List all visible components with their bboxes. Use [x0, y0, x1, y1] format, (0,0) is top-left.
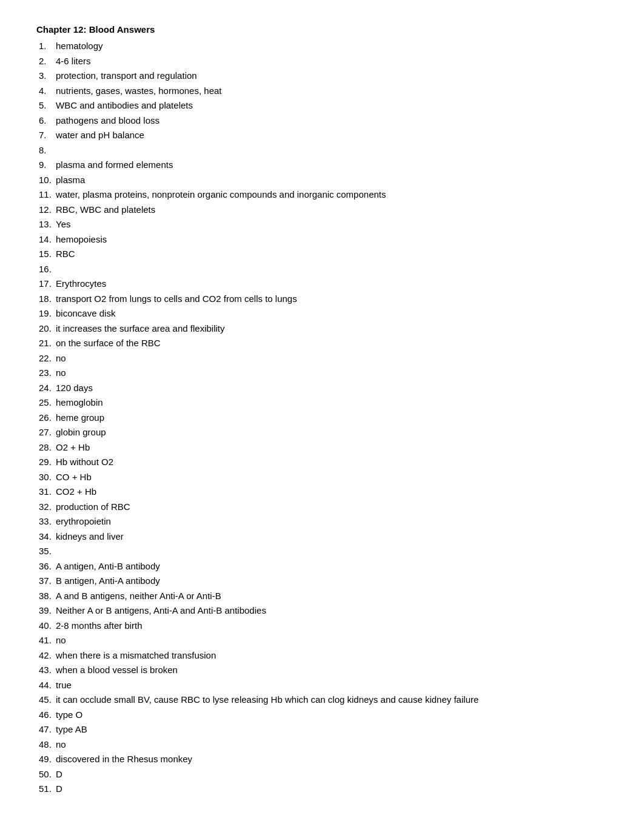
item-number: 38. [39, 589, 56, 603]
item-number: 47. [39, 723, 56, 737]
item-text: 2-8 months after birth [56, 620, 143, 631]
list-item: 17.Erythrocytes [36, 277, 608, 291]
item-number: 33. [39, 515, 56, 529]
item-number: 48. [39, 738, 56, 752]
item-number: 32. [39, 500, 56, 514]
item-text: D [56, 769, 62, 779]
item-text: hemoglobin [56, 397, 103, 407]
list-item: 24.120 days [36, 381, 608, 395]
item-number: 8. [39, 144, 56, 158]
list-item: 10.plasma [36, 173, 608, 187]
item-number: 50. [39, 768, 56, 782]
list-item: 35. [36, 545, 608, 558]
list-item: 38.A and B antigens, neither Anti-A or A… [36, 589, 608, 603]
item-text: D [56, 783, 62, 794]
list-item: 14.hemopoiesis [36, 233, 608, 247]
item-text: biconcave disk [56, 308, 115, 318]
item-text: hemopoiesis [56, 234, 107, 244]
page-title: Chapter 12: Blood Answers [36, 24, 608, 35]
list-item: 42.when there is a mismatched transfusio… [36, 649, 608, 663]
list-item: 22.no [36, 352, 608, 366]
item-number: 45. [39, 693, 56, 707]
item-number: 1. [39, 39, 56, 53]
item-text: erythropoietin [56, 516, 111, 526]
item-text: 120 days [56, 383, 93, 393]
item-text: Neither A or B antigens, Anti-A and Anti… [56, 605, 266, 615]
list-item: 19.biconcave disk [36, 307, 608, 321]
item-number: 3. [39, 69, 56, 83]
item-text: discovered in the Rhesus monkey [56, 754, 192, 764]
item-number: 42. [39, 649, 56, 663]
item-number: 37. [39, 574, 56, 588]
item-text: water, plasma proteins, nonprotein organ… [56, 189, 386, 200]
item-text: kidneys and liver [56, 531, 124, 542]
item-text: globin group [56, 427, 106, 437]
list-item: 40.2-8 months after birth [36, 619, 608, 633]
list-item: 9.plasma and formed elements [36, 158, 608, 172]
item-text: RBC [56, 249, 75, 259]
item-number: 36. [39, 560, 56, 574]
list-item: 46.type O [36, 708, 608, 722]
list-item: 41.no [36, 634, 608, 648]
item-text: CO + Hb [56, 472, 92, 482]
item-number: 27. [39, 426, 56, 440]
item-text: A antigen, Anti-B antibody [56, 561, 160, 571]
item-number: 4. [39, 84, 56, 98]
item-text: O2 + Hb [56, 442, 90, 452]
item-text: B antigen, Anti-A antibody [56, 575, 160, 586]
list-item: 20.it increases the surface area and fle… [36, 322, 608, 336]
item-number: 24. [39, 381, 56, 395]
list-item: 36.A antigen, Anti-B antibody [36, 560, 608, 574]
list-item: 4.nutrients, gases, wastes, hormones, he… [36, 84, 608, 98]
item-text: 4-6 liters [56, 56, 91, 66]
item-number: 5. [39, 99, 56, 113]
item-number: 2. [39, 55, 56, 69]
item-number: 13. [39, 218, 56, 232]
list-item: 16. [36, 263, 608, 277]
list-item: 50.D [36, 768, 608, 782]
list-item: 32.production of RBC [36, 500, 608, 514]
list-item: 28.O2 + Hb [36, 441, 608, 455]
item-text: heme group [56, 412, 104, 423]
item-text: hematology [56, 41, 103, 51]
list-item: 51.D [36, 782, 608, 796]
item-text: it can occlude small BV, cause RBC to ly… [56, 694, 478, 705]
item-number: 29. [39, 455, 56, 469]
item-text: no [56, 739, 66, 749]
list-item: 39.Neither A or B antigens, Anti-A and A… [36, 604, 608, 618]
item-text: nutrients, gases, wastes, hormones, heat [56, 86, 221, 96]
item-text: water and pH balance [56, 130, 144, 140]
item-number: 43. [39, 663, 56, 677]
list-item: 43.when a blood vessel is broken [36, 663, 608, 677]
item-number: 20. [39, 322, 56, 336]
item-text: Yes [56, 219, 70, 229]
item-text: transport O2 from lungs to cells and CO2… [56, 293, 297, 304]
item-text: WBC and antibodies and platelets [56, 100, 193, 110]
item-number: 23. [39, 366, 56, 380]
item-number: 25. [39, 396, 56, 410]
item-text: on the surface of the RBC [56, 338, 161, 348]
item-text: no [56, 367, 66, 378]
item-number: 26. [39, 411, 56, 425]
list-item: 45.it can occlude small BV, cause RBC to… [36, 693, 608, 707]
item-number: 11. [39, 188, 56, 202]
answer-list: 1.hematology2.4-6 liters3.protection, tr… [36, 39, 608, 796]
item-number: 9. [39, 158, 56, 172]
item-number: 12. [39, 203, 56, 217]
list-item: 12.RBC, WBC and platelets [36, 203, 608, 217]
item-number: 14. [39, 233, 56, 247]
item-text: it increases the surface area and flexib… [56, 323, 224, 334]
item-text: Hb without O2 [56, 457, 113, 467]
list-item: 21.on the surface of the RBC [36, 337, 608, 350]
item-number: 16. [39, 263, 56, 277]
item-number: 31. [39, 485, 56, 499]
list-item: 30.CO + Hb [36, 471, 608, 485]
item-number: 10. [39, 173, 56, 187]
list-item: 13.Yes [36, 218, 608, 232]
item-text: when a blood vessel is broken [56, 665, 178, 675]
item-text: Erythrocytes [56, 278, 106, 289]
list-item: 15.RBC [36, 247, 608, 261]
list-item: 49.discovered in the Rhesus monkey [36, 753, 608, 766]
item-text: no [56, 635, 66, 645]
item-text: when there is a mismatched transfusion [56, 650, 216, 660]
